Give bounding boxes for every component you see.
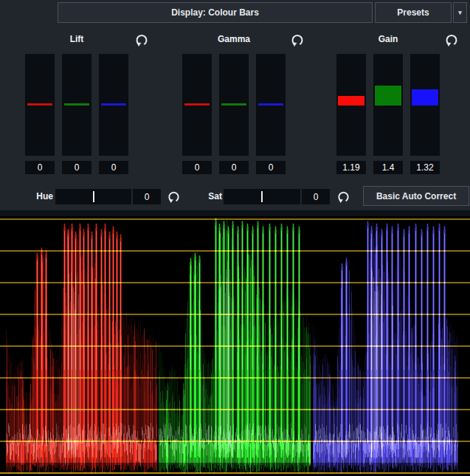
gain-green-slider[interactable]	[373, 54, 403, 156]
reset-icon	[444, 32, 459, 47]
gain-green-value[interactable]: 1.4	[373, 161, 403, 174]
display-mode-button[interactable]: Display: Colour Bars	[58, 2, 373, 23]
slider-handle	[338, 96, 364, 106]
slider-handle	[101, 103, 126, 106]
slider-handle	[258, 103, 283, 106]
gain-section-title: Gain	[336, 34, 440, 46]
reset-icon	[134, 32, 149, 47]
gamma-blue-value[interactable]: 0	[256, 161, 286, 174]
lift-blue-slider[interactable]	[99, 54, 128, 156]
presets-button[interactable]: Presets	[375, 2, 452, 23]
hue-reset-button[interactable]	[166, 189, 181, 204]
slider-handle	[412, 89, 438, 106]
gamma-red-slider[interactable]	[182, 54, 212, 156]
hue-slider-handle	[93, 191, 94, 202]
sat-value[interactable]: 0	[302, 189, 330, 204]
lift-green-slider[interactable]	[62, 54, 91, 156]
reset-icon	[336, 190, 350, 204]
gamma-section-title: Gamma	[182, 34, 286, 46]
gain-red-slider[interactable]	[336, 54, 366, 156]
gamma-red-value[interactable]: 0	[182, 161, 212, 174]
slider-handle	[27, 103, 52, 106]
gamma-blue-slider[interactable]	[256, 54, 286, 156]
slider-handle	[184, 103, 210, 106]
gain-reset-button[interactable]	[444, 32, 459, 47]
lift-blue-value[interactable]: 0	[99, 161, 128, 174]
slider-handle	[221, 103, 246, 106]
hue-label: Hue	[28, 188, 53, 204]
lift-red-value[interactable]: 0	[25, 161, 55, 174]
hue-value[interactable]: 0	[133, 189, 161, 204]
chevron-down-icon: ▾	[458, 9, 462, 16]
lift-reset-button[interactable]	[134, 32, 149, 47]
basic-auto-correct-button[interactable]: Basic Auto Correct	[363, 186, 469, 206]
reset-icon	[167, 190, 181, 204]
sat-slider-handle	[261, 191, 263, 202]
sat-label: Sat	[200, 188, 222, 204]
gain-blue-value[interactable]: 1.32	[410, 161, 440, 174]
sat-reset-button[interactable]	[336, 189, 350, 204]
gamma-green-value[interactable]: 0	[219, 161, 249, 174]
slider-handle	[64, 103, 89, 106]
gain-red-value[interactable]: 1.19	[336, 161, 366, 174]
gamma-reset-button[interactable]	[290, 32, 305, 47]
slider-handle	[375, 86, 401, 106]
hue-slider[interactable]	[55, 189, 131, 204]
gamma-green-slider[interactable]	[219, 54, 249, 156]
lift-green-value[interactable]: 0	[62, 161, 91, 174]
reset-icon	[290, 32, 305, 47]
sat-slider[interactable]	[224, 189, 300, 204]
lift-red-slider[interactable]	[25, 54, 55, 156]
gain-blue-slider[interactable]	[410, 54, 440, 156]
rgb-parade-waveform-scope	[0, 210, 470, 476]
presets-dropdown-button[interactable]: ▾	[453, 2, 467, 23]
lift-section-title: Lift	[25, 34, 128, 46]
